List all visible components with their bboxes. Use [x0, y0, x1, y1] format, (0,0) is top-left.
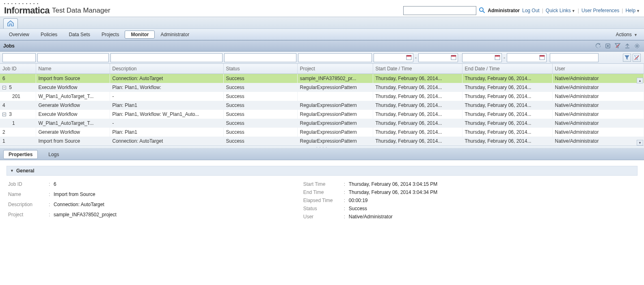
table-row[interactable]: 6Import from SourceConnection: AutoTarge… [0, 74, 644, 83]
table-row[interactable]: 2Generate WorkflowPlan: Plan1SuccessRegu… [0, 128, 644, 137]
table-row[interactable]: 1Import from SourceConnection: AutoTarge… [0, 137, 644, 146]
tab-properties[interactable]: Properties [3, 150, 38, 159]
prop-user-value: Native/Administrator [349, 214, 438, 220]
search-input[interactable] [403, 6, 476, 15]
table-row[interactable]: 201W_Plan1_AutoTarget_T...-SuccessThursd… [0, 92, 644, 101]
scroll-up-button[interactable]: ▲ [637, 78, 643, 83]
table-row[interactable]: 4Generate WorkflowPlan: Plan1SuccessRegu… [0, 101, 644, 110]
details-tabs: Properties Logs [0, 149, 644, 160]
stop-icon[interactable] [604, 42, 612, 50]
cell-description: Plan: Plan1 [110, 128, 223, 137]
nav-monitor[interactable]: Monitor [125, 30, 155, 39]
prop-user-label: User [303, 214, 344, 220]
home-icon [7, 20, 14, 28]
cell-status: Success [223, 74, 297, 83]
user-prefs-link[interactable]: User Preferences [581, 8, 619, 13]
cell-project: RegularExpressionPattern [297, 128, 373, 137]
nav-datasets[interactable]: Data Sets [63, 30, 96, 39]
refresh-icon[interactable] [594, 42, 602, 50]
col-start[interactable]: Start Date / Time [373, 64, 462, 74]
settings-icon[interactable] [633, 42, 641, 50]
filter-start-from[interactable] [374, 53, 413, 62]
prop-desc-value: Connection: AutoTarget [54, 202, 117, 207]
cell-description: Plan: Plan1, Workflow: [110, 83, 223, 92]
cell-start: Thursday, February 06, 2014... [373, 119, 462, 128]
prop-jobid-label: Job ID [8, 181, 49, 187]
cell-user: Native/Administrator [552, 74, 644, 83]
col-end[interactable]: End Date / Time [462, 64, 552, 74]
col-jobid[interactable]: Job ID [0, 64, 36, 74]
logout-link[interactable]: Log Out [522, 8, 540, 13]
filter-end-to[interactable] [507, 53, 547, 62]
expander-icon[interactable]: − [2, 86, 6, 89]
cell-name: Execute Workflow [36, 110, 110, 119]
nav-projects[interactable]: Projects [96, 30, 125, 39]
prop-desc-label: Description [8, 202, 49, 207]
cell-start: Thursday, February 06, 2014... [373, 110, 462, 119]
cell-user: Native/Administrator [552, 128, 644, 137]
cell-name: W_Plan1_AutoTarget_T... [36, 92, 110, 101]
cell-project: RegularExpressionPattern [297, 101, 373, 110]
search-icon[interactable] [479, 7, 485, 15]
table-row[interactable]: − 5Execute WorkflowPlan: Plan1, Workflow… [0, 83, 644, 92]
help-link[interactable]: Help▼ [625, 8, 640, 13]
filter-end-from[interactable] [462, 53, 502, 62]
filter-name[interactable] [37, 53, 109, 62]
prop-end-label: End Time [303, 189, 344, 195]
cell-jobid: − 3 [0, 110, 36, 119]
filter-clear-icon[interactable] [614, 42, 621, 50]
cell-jobid: 4 [0, 101, 36, 110]
filter-row: - - [0, 52, 644, 64]
section-general[interactable]: ▼ General [6, 166, 638, 176]
filter-project[interactable] [298, 53, 372, 62]
table-row[interactable]: 1W_Plan1_AutoTarget_T...-SuccessRegularE… [0, 119, 644, 128]
filter-start-to[interactable] [418, 53, 458, 62]
nav-policies[interactable]: Policies [35, 30, 63, 39]
table-row[interactable]: − 3Execute WorkflowPlan: Plan1, Workflow… [0, 110, 644, 119]
cell-start: Thursday, February 06, 2014... [373, 137, 462, 146]
cell-end: Thursday, February 06, 2014... [462, 83, 552, 92]
splitter-handle[interactable]: • • • • [0, 146, 644, 149]
cell-jobid: 2 [0, 128, 36, 137]
app-title: Test Data Manager [52, 7, 110, 15]
col-user[interactable]: User [552, 64, 644, 74]
quick-links[interactable]: Quick Links▼ [546, 8, 575, 13]
filter-user[interactable] [550, 53, 599, 62]
nav-overview[interactable]: Overview [3, 30, 35, 39]
prop-status-label: Status [303, 206, 344, 211]
cell-name: W_Plan1_AutoTarget_T... [36, 119, 110, 128]
col-status[interactable]: Status [223, 64, 297, 74]
cell-user: Native/Administrator [552, 101, 644, 110]
prop-name-value: Import from Source [54, 191, 117, 197]
cell-description: Plan: Plan1 [110, 101, 223, 110]
clear-filter-button[interactable] [633, 54, 641, 62]
cell-description: Connection: AutoTarget [110, 74, 223, 83]
scroll-down-button[interactable]: ▼ [637, 140, 643, 146]
tabstrip: Overview Policies Data Sets Projects Mon… [0, 17, 644, 40]
actions-menu[interactable]: Actions ▼ [616, 32, 641, 37]
top-header: • • • • • • • • • • Informatica Test Dat… [0, 0, 644, 17]
cell-user: Native/Administrator [552, 119, 644, 128]
cell-jobid: − 5 [0, 83, 36, 92]
cell-status: Success [223, 92, 297, 101]
col-description[interactable]: Description [110, 64, 223, 74]
general-properties: Job ID:6 Name:Import from Source Descrip… [0, 178, 644, 223]
col-project[interactable]: Project [297, 64, 373, 74]
tab-logs[interactable]: Logs [43, 150, 64, 159]
prop-project-label: Project [8, 212, 49, 218]
cell-start: Thursday, February 06, 2014... [373, 128, 462, 137]
filter-description[interactable] [110, 53, 223, 62]
col-name[interactable]: Name [36, 64, 110, 74]
filter-jobid[interactable] [2, 53, 36, 62]
cell-project: RegularExpressionPattern [297, 137, 373, 146]
nav-administrator[interactable]: Administrator [155, 30, 195, 39]
expander-icon[interactable]: − [2, 113, 6, 116]
home-tab[interactable] [3, 18, 18, 28]
cell-end: Thursday, February 06, 2014... [462, 137, 552, 146]
cell-start: Thursday, February 06, 2014... [373, 83, 462, 92]
cell-status: Success [223, 137, 297, 146]
cell-project: sample_INFA378502_pr... [297, 74, 373, 83]
export-icon[interactable] [624, 42, 631, 50]
apply-filter-button[interactable] [623, 54, 631, 62]
filter-status[interactable] [224, 53, 296, 62]
